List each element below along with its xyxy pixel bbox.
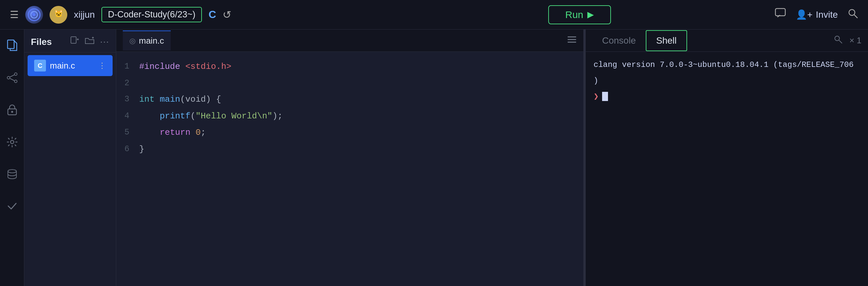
- line-number: 1: [116, 59, 139, 74]
- sidebar-item-check[interactable]: [4, 198, 21, 217]
- code-line: 3int main(void) {: [116, 91, 583, 108]
- file-item-left: C main.c: [34, 60, 75, 71]
- svg-rect-24: [568, 39, 576, 40]
- console-tab-bar: Console Shell × 1: [586, 30, 868, 52]
- code-token: ;: [200, 128, 206, 137]
- svg-point-11: [14, 80, 17, 83]
- hamburger-menu-icon[interactable]: ☰: [10, 9, 19, 20]
- console-search-icon[interactable]: [834, 35, 843, 46]
- code-line: 4 printf("Hello World\n");: [116, 108, 583, 124]
- editor-toolbar-icon[interactable]: [567, 35, 577, 46]
- line-content: return 0;: [139, 125, 583, 140]
- tab-shell[interactable]: Shell: [646, 30, 687, 51]
- tab-console[interactable]: Console: [592, 31, 646, 50]
- code-token: int: [139, 95, 155, 104]
- code-line: 2: [116, 75, 583, 91]
- svg-line-7: [854, 15, 858, 18]
- play-icon: ▶: [587, 9, 594, 20]
- files-title: Files: [31, 37, 52, 47]
- svg-rect-8: [7, 40, 14, 48]
- sidebar-item-files[interactable]: [3, 36, 21, 57]
- svg-line-12: [10, 75, 14, 77]
- svg-rect-5: [775, 8, 785, 16]
- console-close-icon[interactable]: × 1: [849, 35, 862, 45]
- line-content: }: [139, 142, 583, 157]
- file-name-label: main.c: [50, 61, 75, 71]
- console-prompt[interactable]: ❯: [594, 91, 860, 102]
- console-tab-right-icons: × 1: [834, 35, 862, 46]
- sidebar-item-settings[interactable]: [3, 133, 21, 153]
- editor-tab-file-icon: ◎: [129, 37, 135, 45]
- file-panel: Files ⋯: [24, 30, 116, 286]
- code-line: 6}: [116, 141, 583, 158]
- console-output-line-2: ): [594, 74, 860, 88]
- code-token: "Hello World\n": [196, 111, 273, 121]
- file-item-main-c[interactable]: C main.c ⋮: [28, 55, 113, 76]
- more-options-icon[interactable]: ⋯: [100, 36, 109, 47]
- svg-point-17: [8, 170, 17, 173]
- code-token: );: [273, 111, 283, 121]
- editor-tab-bar: ◎ main.c: [116, 30, 583, 52]
- invite-label: Invite: [816, 9, 838, 20]
- svg-point-26: [835, 36, 839, 41]
- code-token: (void) {: [180, 95, 221, 104]
- code-token: [139, 111, 160, 121]
- invite-button[interactable]: 👤+ Invite: [796, 9, 838, 20]
- line-content: printf("Hello World\n");: [139, 109, 583, 124]
- code-area[interactable]: 1#include <stdio.h>23int main(void) {4 p…: [116, 52, 583, 286]
- line-number: 6: [116, 142, 139, 157]
- svg-rect-23: [568, 36, 576, 37]
- new-folder-icon[interactable]: [85, 36, 95, 47]
- code-token: 0: [196, 128, 201, 137]
- new-file-icon[interactable]: [70, 36, 80, 47]
- editor-tab-main-c[interactable]: ◎ main.c: [123, 31, 171, 50]
- prompt-cursor: [602, 92, 608, 101]
- code-token: [139, 128, 160, 137]
- prompt-symbol: ❯: [594, 91, 599, 102]
- c-lang-icon: C: [209, 8, 216, 21]
- svg-point-9: [14, 73, 17, 75]
- editor-area: ◎ main.c 1#include <stdio.h>23int main(v…: [116, 30, 584, 286]
- header-left: ☰ 🐱 xijjun D-Coder-Study(6/23~) C ↺: [10, 6, 384, 24]
- code-token: <stdio.h>: [185, 62, 231, 71]
- svg-point-16: [10, 140, 14, 144]
- project-name-badge[interactable]: D-Coder-Study(6/23~): [101, 7, 202, 22]
- code-token: #include: [139, 62, 180, 71]
- sidebar-icons: [0, 30, 24, 286]
- search-icon[interactable]: [848, 8, 858, 21]
- line-content: #include <stdio.h>: [139, 59, 583, 74]
- svg-point-6: [849, 9, 855, 15]
- code-token: return: [160, 128, 190, 137]
- history-icon[interactable]: ↺: [223, 8, 231, 21]
- code-line: 1#include <stdio.h>: [116, 59, 583, 75]
- file-panel-header: Files ⋯: [24, 30, 116, 52]
- sidebar-item-database[interactable]: [4, 165, 21, 186]
- code-token: printf: [160, 111, 190, 121]
- invite-user-icon: 👤+: [796, 9, 812, 20]
- code-token: [180, 62, 185, 71]
- user-avatar[interactable]: 🐱: [50, 6, 67, 24]
- code-token: [155, 95, 160, 104]
- file-type-icon: C: [34, 60, 46, 71]
- console-panel: Console Shell × 1 clang version 7.0.0-3~…: [586, 30, 868, 286]
- line-number: 4: [116, 109, 139, 124]
- svg-rect-18: [71, 37, 76, 43]
- logo-icon: [25, 6, 43, 24]
- svg-text:🐱: 🐱: [54, 9, 63, 18]
- chat-icon[interactable]: [775, 8, 786, 21]
- svg-line-13: [10, 78, 14, 81]
- sidebar-item-lock[interactable]: [4, 101, 20, 121]
- svg-point-10: [7, 76, 10, 79]
- line-number: 2: [116, 76, 139, 91]
- run-button-container: Run ▶: [392, 5, 767, 24]
- header: ☰ 🐱 xijjun D-Coder-Study(6/23~) C ↺ Run …: [0, 0, 868, 30]
- code-token: main: [160, 95, 180, 104]
- line-content: [139, 76, 583, 91]
- run-label: Run: [565, 9, 583, 20]
- run-button[interactable]: Run ▶: [548, 5, 611, 24]
- sidebar-item-share[interactable]: [3, 69, 21, 89]
- file-item-more-icon[interactable]: ⋮: [98, 61, 106, 70]
- code-token: [190, 128, 196, 137]
- code-line: 5 return 0;: [116, 124, 583, 141]
- editor-tab-label: main.c: [139, 36, 164, 46]
